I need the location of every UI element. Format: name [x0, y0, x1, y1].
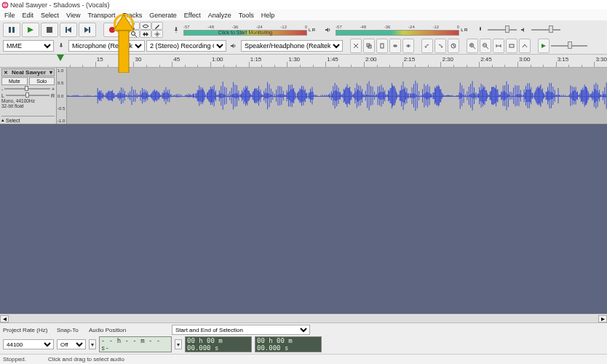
snap-to-select[interactable]: Off — [57, 339, 86, 349]
selection-toolbar: Project Rate (Hz) Snap-To Audio Position… — [0, 323, 607, 354]
cut-button[interactable] — [350, 39, 362, 53]
menu-help[interactable]: Help — [261, 12, 275, 19]
audio-position-display[interactable]: - - h - - m - - s- — [99, 336, 172, 352]
undo-button[interactable] — [421, 39, 433, 53]
scroll-left-button[interactable]: ◂ — [0, 315, 9, 323]
chevron-down-icon: ▾ — [49, 69, 52, 76]
recording-volume-slider[interactable] — [488, 29, 517, 31]
recording-device-select[interactable]: Microphone (Realtek High — [68, 40, 145, 52]
silence-button[interactable] — [402, 39, 414, 53]
selection-start-menu[interactable]: ▾ — [175, 339, 182, 349]
pause-button[interactable] — [3, 23, 20, 37]
menu-analyze[interactable]: Analyze — [208, 12, 231, 19]
svg-rect-14 — [60, 43, 62, 47]
speaker-vol-icon — [518, 24, 530, 36]
menu-edit[interactable]: Edit — [23, 12, 34, 19]
selection-tool-button[interactable] — [128, 22, 140, 30]
svg-rect-4 — [12, 27, 15, 33]
app-logo-icon — [1, 1, 9, 9]
menu-file[interactable]: File — [4, 12, 15, 19]
skip-end-button[interactable] — [79, 23, 96, 37]
envelope-tool-button[interactable] — [140, 22, 151, 30]
copy-button[interactable] — [363, 39, 375, 53]
waveform-canvas[interactable] — [67, 68, 607, 124]
audio-track: ✕ Neal Sawyer ▾ Mute Solo -+ LR Mono, 44… — [0, 68, 607, 124]
draw-tool-button[interactable] — [151, 22, 163, 30]
svg-rect-3 — [9, 27, 11, 33]
menu-transport[interactable]: Transport — [87, 12, 115, 19]
svg-rect-5 — [47, 27, 52, 33]
menu-bar: File Edit Select View Transport Tracks G… — [0, 9, 607, 20]
svg-line-22 — [473, 47, 475, 49]
paste-button[interactable] — [376, 39, 388, 53]
recording-channels-select[interactable]: 2 (Stereo) Recording Cha — [146, 40, 226, 52]
selection-start-display[interactable]: 00 h 00 m 00.000 s — [185, 336, 252, 352]
skip-start-button[interactable] — [60, 23, 77, 37]
fit-project-button[interactable] — [506, 39, 517, 53]
waveform-area[interactable]: 1.00.50.0-0.5-1.0 — [57, 68, 607, 124]
audio-position-menu[interactable]: ▾ — [89, 339, 96, 349]
zoom-out-button[interactable] — [480, 39, 491, 53]
status-hint: Click and drag to select audio — [48, 356, 124, 363]
multi-tool-button[interactable] — [151, 30, 163, 38]
zoom-toggle-button[interactable] — [519, 39, 531, 53]
mute-button[interactable]: Mute — [1, 77, 28, 85]
track-select-button[interactable]: ▴Select — [1, 116, 55, 123]
sync-lock-button[interactable] — [448, 39, 459, 53]
project-rate-select[interactable]: 44100 — [3, 339, 54, 349]
gain-slider[interactable]: -+ — [1, 86, 55, 92]
rec-meter-hint: Click to Start Monitoring — [184, 31, 306, 35]
amplitude-scale: 1.00.50.0-0.5-1.0 — [57, 68, 67, 124]
rec-meter-lr: L R — [309, 28, 315, 32]
svg-point-9 — [132, 31, 135, 35]
scroll-right-button[interactable]: ▸ — [598, 315, 607, 323]
svg-line-10 — [135, 35, 137, 37]
playback-device-select[interactable]: Speaker/Headphone (Realtek High — [241, 40, 343, 52]
svg-rect-7 — [89, 27, 90, 33]
timeline-ruler[interactable]: 1530451:001:151:301:452:002:152:302:453:… — [0, 55, 607, 68]
svg-rect-26 — [509, 44, 514, 47]
menu-select[interactable]: Select — [41, 12, 59, 19]
playback-volume-slider[interactable] — [531, 29, 560, 31]
mic-icon — [170, 24, 182, 36]
selection-end-display[interactable]: 00 h 00 m 00.000 s — [255, 336, 322, 352]
recording-meter[interactable]: -57-48-36-24-120 Click to Start Monitori… — [183, 25, 307, 36]
playback-meter[interactable]: -57-48-36-24-120 — [336, 25, 459, 36]
playhead-pin-icon[interactable] — [57, 55, 64, 61]
fit-selection-button[interactable] — [493, 39, 504, 53]
zoom-in-button[interactable] — [467, 39, 478, 53]
stop-button[interactable] — [41, 23, 58, 37]
tracks-workspace[interactable]: ✕ Neal Sawyer ▾ Mute Solo -+ LR Mono, 44… — [0, 68, 607, 314]
play-button[interactable] — [22, 23, 39, 37]
audio-host-select[interactable]: MME — [3, 40, 54, 52]
redo-button[interactable] — [435, 39, 446, 53]
svg-rect-13 — [480, 27, 481, 31]
project-rate-label: Project Rate (Hz) — [3, 327, 54, 333]
svg-line-25 — [486, 47, 488, 49]
record-button[interactable] — [103, 23, 121, 37]
svg-rect-17 — [381, 44, 384, 48]
horizontal-scrollbar[interactable]: ◂ ▸ — [0, 314, 607, 323]
timeshift-tool-button[interactable] — [140, 30, 151, 38]
zoom-tool-button[interactable] — [128, 30, 140, 38]
svg-rect-6 — [66, 27, 67, 33]
menu-generate[interactable]: Generate — [149, 12, 177, 19]
track-format-info: Mono, 44100Hz32-bit float — [1, 99, 55, 108]
play-at-speed-button[interactable] — [538, 39, 550, 53]
solo-button[interactable]: Solo — [29, 77, 55, 85]
speaker-icon — [322, 24, 334, 36]
trim-button[interactable] — [389, 39, 401, 53]
status-state: Stopped. — [3, 356, 26, 363]
play-speed-slider[interactable] — [551, 45, 587, 47]
menu-tracks[interactable]: Tracks — [123, 12, 143, 19]
audio-position-label: Audio Position — [89, 327, 169, 333]
selection-mode-select[interactable]: Start and End of Selection — [172, 325, 310, 335]
menu-tools[interactable]: Tools — [239, 12, 254, 19]
toolbar-area: -57-48-36-24-120 Click to Start Monitori… — [0, 20, 607, 55]
menu-view[interactable]: View — [66, 12, 80, 19]
toolbar-mic-icon — [55, 40, 67, 52]
track-title-dropdown[interactable]: ✕ Neal Sawyer ▾ — [1, 68, 55, 76]
menu-effect[interactable]: Effect — [184, 12, 201, 19]
mic-vol-icon — [475, 24, 486, 36]
pan-slider[interactable]: LR — [1, 92, 55, 98]
